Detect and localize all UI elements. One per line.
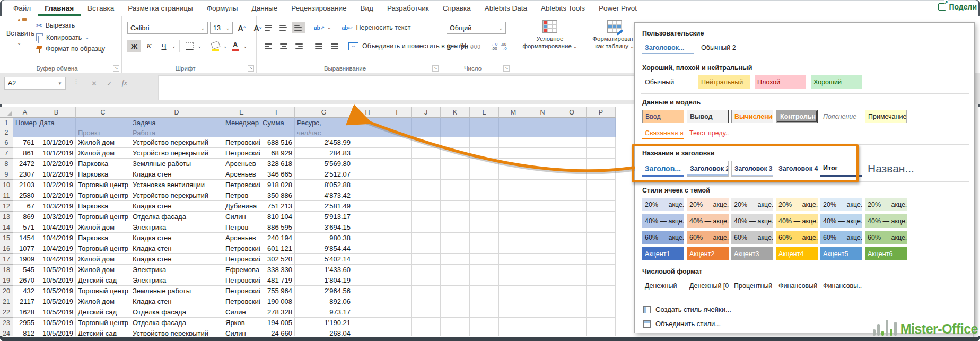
cell[interactable]: 10/2/2019 bbox=[37, 180, 76, 190]
cell[interactable]: 302 520 bbox=[260, 254, 295, 265]
row-header-9[interactable]: 9 bbox=[0, 169, 13, 180]
cell[interactable] bbox=[499, 148, 528, 159]
cell[interactable] bbox=[557, 180, 587, 190]
cell[interactable] bbox=[353, 328, 382, 336]
cell[interactable] bbox=[412, 275, 441, 286]
cell[interactable]: 240 194 bbox=[260, 233, 295, 243]
cell[interactable] bbox=[470, 190, 499, 201]
cell[interactable] bbox=[528, 243, 557, 254]
cell[interactable] bbox=[557, 243, 587, 254]
cell[interactable]: 861 bbox=[13, 148, 37, 159]
cell[interactable] bbox=[470, 128, 499, 137]
cell[interactable] bbox=[528, 128, 557, 137]
cell[interactable]: Электрика bbox=[130, 222, 223, 233]
cell[interactable]: Кладка стен bbox=[130, 254, 223, 265]
cell[interactable]: 10/5/2019 bbox=[37, 275, 76, 286]
cell[interactable] bbox=[441, 307, 470, 318]
cell[interactable]: 190 008 bbox=[260, 296, 295, 307]
style-item[interactable]: Хороший bbox=[811, 75, 862, 89]
cell[interactable]: 10/4/2019 bbox=[37, 233, 76, 243]
cell[interactable] bbox=[470, 222, 499, 233]
cell[interactable] bbox=[557, 328, 587, 336]
cell[interactable] bbox=[557, 233, 587, 243]
cell[interactable] bbox=[470, 180, 499, 190]
cell[interactable] bbox=[557, 212, 587, 222]
cell[interactable]: 2'964.56 bbox=[295, 286, 353, 296]
percent-button[interactable]: % bbox=[460, 42, 468, 51]
chevron-down-icon[interactable]: ⌄ bbox=[243, 43, 248, 49]
cell[interactable] bbox=[353, 180, 382, 190]
cell[interactable]: Детский сад bbox=[76, 328, 130, 336]
cell[interactable]: 10/4/2019 bbox=[37, 254, 76, 265]
cell[interactable] bbox=[470, 265, 499, 275]
cell[interactable] bbox=[382, 243, 412, 254]
cell[interactable]: 1077 bbox=[13, 243, 37, 254]
cell[interactable]: Петровский bbox=[223, 275, 260, 286]
cell[interactable] bbox=[528, 254, 557, 265]
style-item[interactable]: 20% — акце... bbox=[865, 198, 907, 211]
cell[interactable] bbox=[499, 180, 528, 190]
cell[interactable]: 2955 bbox=[13, 318, 37, 328]
cell[interactable]: 328 618 bbox=[260, 159, 295, 169]
cell[interactable] bbox=[382, 137, 412, 148]
cell[interactable] bbox=[557, 159, 587, 169]
cell[interactable]: Устройство перекрытий bbox=[130, 328, 223, 336]
cell[interactable]: Отделка фасада bbox=[130, 318, 223, 328]
cell[interactable]: 1'190.21 bbox=[295, 318, 353, 328]
cell[interactable]: 1454 bbox=[13, 233, 37, 243]
cell[interactable] bbox=[382, 201, 412, 212]
cell[interactable]: Силин bbox=[223, 212, 260, 222]
cell[interactable] bbox=[382, 118, 412, 128]
cell[interactable]: 761 bbox=[13, 137, 37, 148]
column-header-I[interactable]: I bbox=[382, 107, 412, 118]
cell[interactable] bbox=[353, 254, 382, 265]
cell[interactable]: 10/3/2019 bbox=[37, 212, 76, 222]
cell[interactable] bbox=[587, 190, 616, 201]
style-item[interactable]: 20% — акце... bbox=[687, 198, 729, 211]
cell[interactable] bbox=[353, 265, 382, 275]
cell[interactable] bbox=[353, 243, 382, 254]
row-header-15[interactable]: 15 bbox=[0, 233, 13, 243]
align-bottom-button[interactable] bbox=[292, 22, 305, 33]
cell[interactable]: 10/5/2019 bbox=[37, 307, 76, 318]
cell[interactable]: Ефремова bbox=[223, 265, 260, 275]
tab-Рецензирование[interactable]: Рецензирование bbox=[284, 1, 353, 16]
cell[interactable] bbox=[587, 265, 616, 275]
cell[interactable] bbox=[441, 222, 470, 233]
cell[interactable] bbox=[499, 318, 528, 328]
cell[interactable] bbox=[412, 118, 441, 128]
cell[interactable]: Торговый центр bbox=[76, 190, 130, 201]
cell[interactable] bbox=[382, 159, 412, 169]
cell[interactable] bbox=[528, 265, 557, 275]
cell[interactable]: Ресурс, bbox=[295, 118, 353, 128]
cell[interactable]: Петровский bbox=[223, 180, 260, 190]
style-item[interactable]: Акцент2 bbox=[687, 247, 729, 260]
cell[interactable]: Земляные работы bbox=[130, 159, 223, 169]
cell[interactable] bbox=[412, 190, 441, 201]
cell[interactable]: 10/4/2019 bbox=[37, 222, 76, 233]
cell[interactable] bbox=[528, 201, 557, 212]
cell[interactable]: 2'581.49 bbox=[295, 201, 353, 212]
column-header-K[interactable]: K bbox=[441, 107, 470, 118]
cell[interactable] bbox=[499, 254, 528, 265]
cell[interactable] bbox=[470, 159, 499, 169]
row-header-17[interactable]: 17 bbox=[0, 254, 13, 265]
cell[interactable] bbox=[353, 307, 382, 318]
cell[interactable]: Петровский bbox=[223, 148, 260, 159]
style-item[interactable]: 60% — акце... bbox=[687, 231, 729, 244]
cell[interactable] bbox=[353, 201, 382, 212]
cell[interactable] bbox=[382, 296, 412, 307]
style-item[interactable]: 40% — акце... bbox=[731, 214, 773, 228]
cell[interactable] bbox=[587, 222, 616, 233]
cell[interactable] bbox=[353, 318, 382, 328]
cell[interactable]: Парковка bbox=[76, 169, 130, 180]
style-item[interactable]: 60% — акце... bbox=[776, 231, 818, 244]
cell[interactable]: Арсеньев bbox=[223, 169, 260, 180]
share-button[interactable]: Подели bbox=[938, 3, 977, 11]
cell[interactable] bbox=[382, 128, 412, 137]
cell[interactable] bbox=[441, 233, 470, 243]
cell[interactable]: 10/5/2019 bbox=[37, 328, 76, 336]
cell[interactable] bbox=[353, 296, 382, 307]
cell[interactable]: 284.83 bbox=[295, 148, 353, 159]
cell[interactable] bbox=[528, 286, 557, 296]
